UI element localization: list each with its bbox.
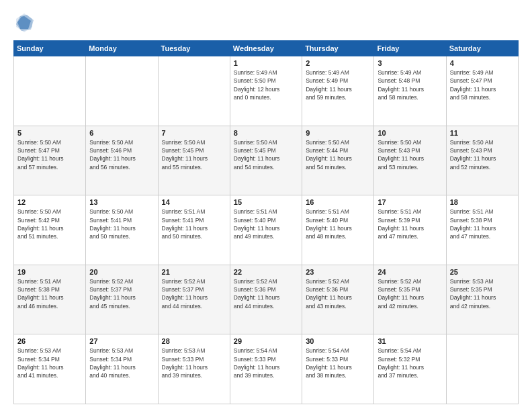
logo xyxy=(13,12,39,34)
cell-day-number: 3 xyxy=(378,59,442,67)
week-row-1: 1Sunrise: 5:49 AM Sunset: 5:50 PM Daylig… xyxy=(14,56,519,126)
cell-day-number: 21 xyxy=(162,268,226,276)
cell-2-3: 15Sunrise: 5:51 AM Sunset: 5:40 PM Dayli… xyxy=(230,195,302,265)
cell-day-number: 18 xyxy=(450,198,515,206)
cell-day-number: 31 xyxy=(378,337,442,345)
cell-daylight-info: Sunrise: 5:53 AM Sunset: 5:33 PM Dayligh… xyxy=(162,347,226,379)
cell-daylight-info: Sunrise: 5:50 AM Sunset: 5:43 PM Dayligh… xyxy=(450,138,515,171)
week-row-4: 19Sunrise: 5:51 AM Sunset: 5:38 PM Dayli… xyxy=(14,265,519,334)
cell-0-6: 4Sunrise: 5:49 AM Sunset: 5:47 PM Daylig… xyxy=(446,56,518,126)
cell-1-3: 8Sunrise: 5:50 AM Sunset: 5:45 PM Daylig… xyxy=(230,126,302,195)
cell-2-6: 18Sunrise: 5:51 AM Sunset: 5:38 PM Dayli… xyxy=(446,195,518,265)
cell-2-1: 13Sunrise: 5:50 AM Sunset: 5:41 PM Dayli… xyxy=(86,195,158,265)
cell-day-number: 15 xyxy=(234,198,298,206)
cell-day-number: 10 xyxy=(378,129,442,137)
cell-4-5: 31Sunrise: 5:54 AM Sunset: 5:32 PM Dayli… xyxy=(374,334,446,404)
cell-day-number: 20 xyxy=(89,268,154,276)
cell-3-1: 20Sunrise: 5:52 AM Sunset: 5:37 PM Dayli… xyxy=(86,265,158,334)
cell-1-0: 5Sunrise: 5:50 AM Sunset: 5:47 PM Daylig… xyxy=(14,126,86,195)
cell-daylight-info: Sunrise: 5:50 AM Sunset: 5:42 PM Dayligh… xyxy=(17,208,82,240)
cell-1-2: 7Sunrise: 5:50 AM Sunset: 5:45 PM Daylig… xyxy=(158,126,230,195)
cell-day-number: 11 xyxy=(450,129,515,137)
cell-day-number: 8 xyxy=(234,129,298,137)
calendar-body: 1Sunrise: 5:49 AM Sunset: 5:50 PM Daylig… xyxy=(14,56,519,404)
cell-daylight-info: Sunrise: 5:54 AM Sunset: 5:33 PM Dayligh… xyxy=(306,347,370,379)
cell-daylight-info: Sunrise: 5:49 AM Sunset: 5:50 PM Dayligh… xyxy=(234,68,298,101)
cell-day-number: 28 xyxy=(162,337,226,345)
header-row: SundayMondayTuesdayWednesdayThursdayFrid… xyxy=(14,41,519,56)
cell-4-3: 29Sunrise: 5:54 AM Sunset: 5:33 PM Dayli… xyxy=(230,334,302,404)
calendar: SundayMondayTuesdayWednesdayThursdayFrid… xyxy=(13,40,519,404)
cell-3-5: 24Sunrise: 5:52 AM Sunset: 5:35 PM Dayli… xyxy=(374,265,446,334)
cell-1-5: 10Sunrise: 5:50 AM Sunset: 5:43 PM Dayli… xyxy=(374,126,446,195)
cell-day-number: 29 xyxy=(234,337,298,345)
week-row-2: 5Sunrise: 5:50 AM Sunset: 5:47 PM Daylig… xyxy=(14,126,519,195)
cell-daylight-info: Sunrise: 5:50 AM Sunset: 5:44 PM Dayligh… xyxy=(306,138,370,171)
cell-day-number: 2 xyxy=(306,59,370,67)
cell-daylight-info: Sunrise: 5:50 AM Sunset: 5:43 PM Dayligh… xyxy=(378,138,442,171)
cell-daylight-info: Sunrise: 5:51 AM Sunset: 5:40 PM Dayligh… xyxy=(234,208,298,240)
cell-2-2: 14Sunrise: 5:51 AM Sunset: 5:41 PM Dayli… xyxy=(158,195,230,265)
cell-day-number: 17 xyxy=(378,198,442,206)
cell-0-5: 3Sunrise: 5:49 AM Sunset: 5:48 PM Daylig… xyxy=(374,56,446,126)
cell-daylight-info: Sunrise: 5:52 AM Sunset: 5:36 PM Dayligh… xyxy=(234,277,298,310)
cell-4-6 xyxy=(446,334,518,404)
header-wednesday: Wednesday xyxy=(230,41,302,56)
cell-daylight-info: Sunrise: 5:50 AM Sunset: 5:47 PM Dayligh… xyxy=(17,138,82,171)
header xyxy=(13,12,519,34)
cell-0-3: 1Sunrise: 5:49 AM Sunset: 5:50 PM Daylig… xyxy=(230,56,302,126)
cell-day-number: 19 xyxy=(17,268,82,276)
header-tuesday: Tuesday xyxy=(158,41,230,56)
cell-1-1: 6Sunrise: 5:50 AM Sunset: 5:46 PM Daylig… xyxy=(86,126,158,195)
cell-day-number: 13 xyxy=(89,198,154,206)
cell-0-0 xyxy=(14,56,86,126)
cell-daylight-info: Sunrise: 5:53 AM Sunset: 5:34 PM Dayligh… xyxy=(17,347,82,379)
cell-day-number: 4 xyxy=(450,59,515,67)
cell-day-number: 30 xyxy=(306,337,370,345)
cell-2-0: 12Sunrise: 5:50 AM Sunset: 5:42 PM Dayli… xyxy=(14,195,86,265)
cell-day-number: 24 xyxy=(378,268,442,276)
cell-4-1: 27Sunrise: 5:53 AM Sunset: 5:34 PM Dayli… xyxy=(86,334,158,404)
cell-day-number: 26 xyxy=(17,337,82,345)
cell-2-4: 16Sunrise: 5:51 AM Sunset: 5:40 PM Dayli… xyxy=(302,195,374,265)
header-thursday: Thursday xyxy=(302,41,374,56)
calendar-header: SundayMondayTuesdayWednesdayThursdayFrid… xyxy=(14,41,519,56)
cell-day-number: 25 xyxy=(450,268,515,276)
week-row-3: 12Sunrise: 5:50 AM Sunset: 5:42 PM Dayli… xyxy=(14,195,519,265)
cell-day-number: 23 xyxy=(306,268,370,276)
cell-daylight-info: Sunrise: 5:52 AM Sunset: 5:36 PM Dayligh… xyxy=(306,277,370,310)
cell-day-number: 14 xyxy=(162,198,226,206)
header-sunday: Sunday xyxy=(14,41,86,56)
cell-daylight-info: Sunrise: 5:50 AM Sunset: 5:45 PM Dayligh… xyxy=(162,138,226,171)
cell-0-2 xyxy=(158,56,230,126)
cell-daylight-info: Sunrise: 5:54 AM Sunset: 5:32 PM Dayligh… xyxy=(378,347,442,379)
cell-daylight-info: Sunrise: 5:53 AM Sunset: 5:34 PM Dayligh… xyxy=(89,347,154,379)
cell-daylight-info: Sunrise: 5:51 AM Sunset: 5:38 PM Dayligh… xyxy=(450,208,515,240)
header-friday: Friday xyxy=(374,41,446,56)
cell-day-number: 5 xyxy=(17,129,82,137)
cell-daylight-info: Sunrise: 5:52 AM Sunset: 5:37 PM Dayligh… xyxy=(162,277,226,310)
cell-daylight-info: Sunrise: 5:52 AM Sunset: 5:35 PM Dayligh… xyxy=(378,277,442,310)
cell-4-4: 30Sunrise: 5:54 AM Sunset: 5:33 PM Dayli… xyxy=(302,334,374,404)
cell-day-number: 12 xyxy=(17,198,82,206)
header-monday: Monday xyxy=(86,41,158,56)
cell-daylight-info: Sunrise: 5:49 AM Sunset: 5:48 PM Dayligh… xyxy=(378,68,442,101)
cell-3-4: 23Sunrise: 5:52 AM Sunset: 5:36 PM Dayli… xyxy=(302,265,374,334)
cell-daylight-info: Sunrise: 5:49 AM Sunset: 5:47 PM Dayligh… xyxy=(450,68,515,101)
cell-3-3: 22Sunrise: 5:52 AM Sunset: 5:36 PM Dayli… xyxy=(230,265,302,334)
cell-daylight-info: Sunrise: 5:51 AM Sunset: 5:39 PM Dayligh… xyxy=(378,208,442,240)
cell-daylight-info: Sunrise: 5:51 AM Sunset: 5:38 PM Dayligh… xyxy=(17,277,82,310)
cell-day-number: 16 xyxy=(306,198,370,206)
cell-day-number: 6 xyxy=(89,129,154,137)
cell-1-6: 11Sunrise: 5:50 AM Sunset: 5:43 PM Dayli… xyxy=(446,126,518,195)
cell-day-number: 9 xyxy=(306,129,370,137)
page: SundayMondayTuesdayWednesdayThursdayFrid… xyxy=(0,0,532,411)
cell-daylight-info: Sunrise: 5:54 AM Sunset: 5:33 PM Dayligh… xyxy=(234,347,298,379)
cell-4-0: 26Sunrise: 5:53 AM Sunset: 5:34 PM Dayli… xyxy=(14,334,86,404)
cell-daylight-info: Sunrise: 5:50 AM Sunset: 5:45 PM Dayligh… xyxy=(234,138,298,171)
cell-day-number: 7 xyxy=(162,129,226,137)
cell-3-0: 19Sunrise: 5:51 AM Sunset: 5:38 PM Dayli… xyxy=(14,265,86,334)
cell-daylight-info: Sunrise: 5:50 AM Sunset: 5:46 PM Dayligh… xyxy=(89,138,154,171)
cell-3-6: 25Sunrise: 5:53 AM Sunset: 5:35 PM Dayli… xyxy=(446,265,518,334)
cell-daylight-info: Sunrise: 5:52 AM Sunset: 5:37 PM Dayligh… xyxy=(89,277,154,310)
